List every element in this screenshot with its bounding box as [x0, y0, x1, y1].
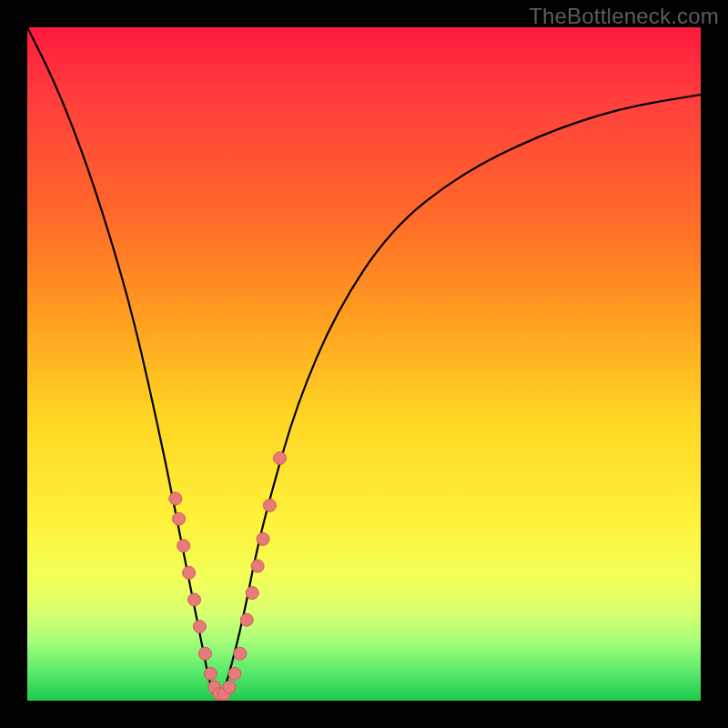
- curve-layer: [27, 27, 701, 701]
- watermark-text: TheBottleneck.com: [529, 4, 719, 29]
- component-marker: [223, 681, 236, 693]
- component-marker: [240, 613, 253, 626]
- component-marker: [204, 667, 217, 680]
- component-marker: [257, 532, 269, 545]
- component-marker: [198, 647, 211, 660]
- component-marker: [193, 621, 206, 633]
- component-marker: [234, 647, 247, 660]
- component-marker: [246, 587, 258, 600]
- chart-frame: TheBottleneck.com: [0, 0, 728, 728]
- component-marker: [263, 499, 276, 511]
- component-marker: [228, 667, 241, 680]
- component-markers-group: [169, 452, 287, 701]
- bottleneck-curve: [27, 27, 701, 698]
- component-marker: [173, 512, 186, 525]
- component-marker: [169, 492, 182, 505]
- component-marker: [183, 566, 196, 579]
- component-marker: [274, 452, 287, 465]
- component-marker: [251, 560, 264, 572]
- plot-area: [27, 27, 701, 701]
- component-marker: [188, 593, 201, 606]
- component-marker: [177, 540, 190, 552]
